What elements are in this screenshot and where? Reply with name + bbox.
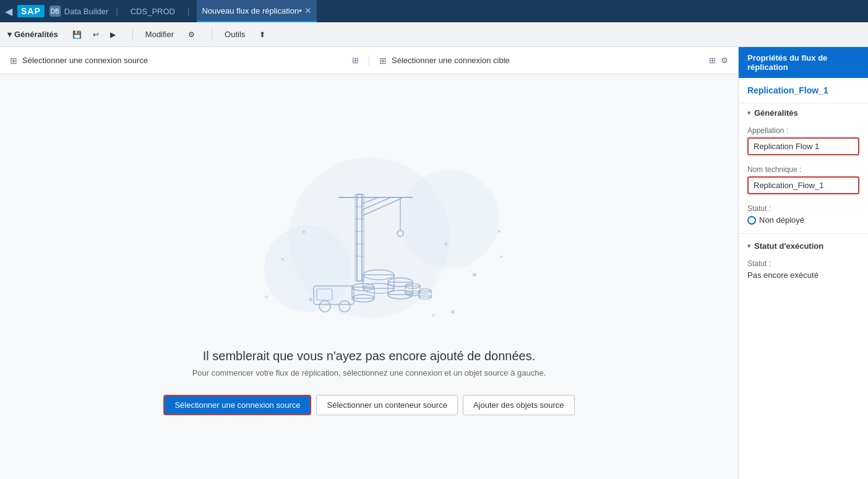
svg-point-44	[498, 230, 501, 233]
empty-state-title: Il semblerait que vous n'ayez pas encore…	[192, 349, 546, 363]
generalites-label: Généralités	[14, 30, 58, 39]
clock-icon	[747, 216, 756, 225]
canvas-content: + + + + + Il semblerait que vous n'ayez …	[0, 74, 738, 479]
appellation-field-group: Appellation :	[739, 123, 868, 162]
execution-section-chevron: ▾	[747, 243, 750, 249]
nom-technique-input[interactable]	[747, 176, 859, 194]
db-icon: DB	[49, 6, 61, 17]
tab-cds[interactable]: CDS_PROD	[126, 7, 180, 16]
svg-text:+: +	[264, 293, 269, 301]
main-layout: ⊞ Sélectionner une connexion source ⊞ ⊞ …	[0, 47, 868, 479]
generalites-section-label: Généralités	[754, 108, 798, 118]
generalites-group: ▾ Généralités	[7, 30, 58, 39]
sap-logo: SAP	[17, 5, 45, 17]
select-source-container-button[interactable]: Sélectionner un conteneur source	[316, 395, 457, 415]
tab-close-icon[interactable]: ✕	[304, 6, 312, 15]
svg-point-41	[473, 273, 476, 277]
active-tab-label: Nouveau flux de réplication•	[202, 6, 301, 15]
exec-statut-value: Pas encore exécuté	[747, 270, 859, 280]
toolbar-sep-2	[212, 28, 212, 41]
svg-point-40	[309, 298, 312, 301]
svg-text:+: +	[301, 227, 306, 236]
exec-status-section: Statut : Pas encore exécuté	[739, 256, 868, 283]
outils-label[interactable]: Outils	[225, 30, 245, 39]
appellation-input[interactable]	[747, 137, 859, 155]
target-grid-icon[interactable]: ⊞	[709, 56, 716, 65]
generalites-section-header[interactable]: ▾ Généralités	[739, 103, 868, 123]
target-connection[interactable]: ⊞ Sélectionner une connexion cible ⊞ ⚙	[369, 56, 738, 66]
toolbar-sep-1	[132, 28, 133, 41]
target-connection-label: Sélectionner une connexion cible	[392, 56, 510, 65]
top-bar: ◀ SAP DB Data Builder | CDS_PROD | Nouve…	[0, 0, 868, 22]
nom-technique-field-group: Nom technique :	[739, 162, 868, 201]
execution-section-label: Statut d'exécution	[754, 241, 823, 251]
source-connection[interactable]: ⊞ Sélectionner une connexion source ⊞	[0, 56, 369, 66]
empty-state-description: Pour commencer votre flux de réplication…	[192, 368, 546, 378]
statut-value: Non déployé	[747, 215, 859, 225]
right-panel-header: Propriétés du flux de réplication	[739, 47, 868, 78]
empty-state-buttons: Sélectionner une connexion source Sélect…	[163, 395, 574, 415]
back-button[interactable]: ◀	[5, 6, 12, 17]
separator-1: |	[116, 7, 118, 16]
svg-point-2	[400, 170, 499, 269]
section-divider	[739, 233, 868, 234]
tab-active[interactable]: Nouveau flux de réplication• ✕	[197, 0, 316, 22]
app-name: Data Builder	[64, 7, 109, 16]
toolbar-icons-left: 💾 ↩ ▶	[68, 28, 120, 41]
execution-section-header[interactable]: ▾ Statut d'exécution	[739, 236, 868, 256]
empty-state-text: Il semblerait que vous n'ayez pas encore…	[192, 349, 546, 387]
modifier-settings-button[interactable]: ⚙	[184, 28, 199, 41]
statut-field-group: Statut : Non déployé	[739, 201, 868, 231]
play-button[interactable]: ▶	[106, 28, 120, 41]
modifier-label[interactable]: Modifier	[145, 30, 174, 39]
toolbar: ▾ Généralités 💾 ↩ ▶ Modifier ⚙ Outils ⬆	[0, 22, 868, 47]
target-gear-icon[interactable]: ⚙	[721, 56, 728, 65]
svg-point-43	[281, 258, 284, 261]
target-connection-icon: ⊞	[379, 56, 387, 66]
svg-text:+: +	[444, 239, 449, 249]
canvas-area: ⊞ Sélectionner une connexion source ⊞ ⊞ …	[0, 47, 738, 479]
toolbar-icons-mid: ⚙	[184, 28, 199, 41]
export-button[interactable]: ⬆	[255, 28, 270, 41]
empty-state-illustration: + + + + +	[215, 139, 524, 337]
svg-text:+: +	[431, 311, 436, 320]
add-source-objects-button[interactable]: Ajouter des objets source	[463, 395, 575, 415]
nom-technique-label: Nom technique :	[747, 165, 859, 174]
generalites-section-chevron: ▾	[747, 110, 750, 116]
select-source-connection-button[interactable]: Sélectionner une connexion source	[163, 395, 311, 415]
toolbar-icons-right: ⬆	[255, 28, 270, 41]
separator-2: |	[187, 7, 189, 16]
flow-name: Replication_Flow_1	[739, 78, 868, 103]
svg-point-42	[451, 310, 455, 314]
svg-text:+: +	[499, 252, 504, 261]
svg-point-1	[264, 225, 351, 312]
undo-button[interactable]: ↩	[88, 28, 103, 41]
source-connection-label: Sélectionner une connexion source	[22, 56, 148, 65]
appellation-label: Appellation :	[747, 126, 859, 135]
statut-label: Statut :	[747, 204, 859, 213]
app-label: DB Data Builder	[49, 6, 109, 17]
source-connection-icon: ⊞	[10, 56, 17, 66]
save-button[interactable]: 💾	[68, 28, 86, 41]
generalites-chevron: ▾	[7, 30, 12, 39]
statut-text: Non déployé	[759, 215, 804, 225]
exec-statut-label: Statut :	[747, 259, 859, 268]
right-panel: Propriétés du flux de réplication Replic…	[738, 47, 868, 479]
connection-header: ⊞ Sélectionner une connexion source ⊞ ⊞ …	[0, 47, 738, 74]
source-grid-icon[interactable]: ⊞	[352, 56, 359, 65]
generalites-toggle[interactable]: ▾ Généralités	[7, 30, 58, 39]
